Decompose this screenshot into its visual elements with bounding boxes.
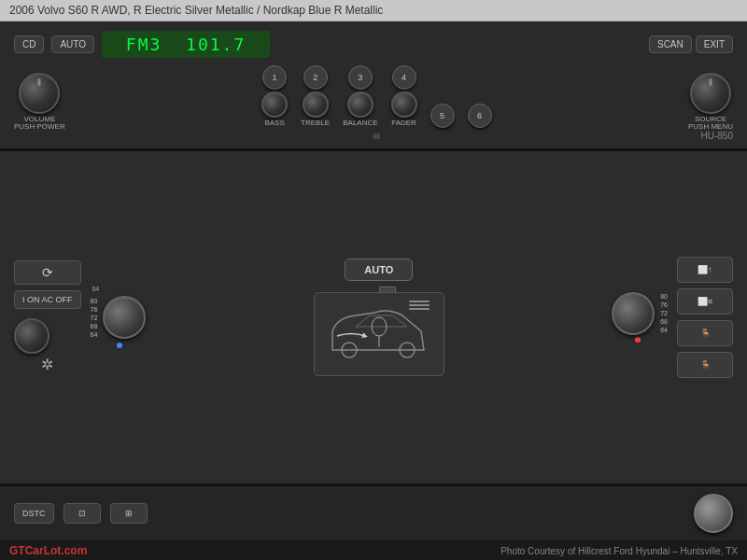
- preset5-group: 5: [430, 104, 455, 128]
- radio-band: FM3: [126, 35, 162, 54]
- climate-main-center: AUTO: [159, 259, 599, 376]
- exit-button[interactable]: EXIT: [696, 35, 733, 53]
- radio-controls-row: VOLUMEPUSH POWER 1 BASS 2 TREBLE: [14, 65, 733, 139]
- radio-unit: CD AUTO FM3 101.7 SCAN EXIT VOLUMEPUSH P…: [0, 21, 747, 151]
- radio-top-row: CD AUTO FM3 101.7 SCAN EXIT: [14, 31, 733, 58]
- bass-group: 1 BASS: [261, 65, 288, 128]
- preset-4-button[interactable]: 4: [392, 65, 416, 90]
- auto-button[interactable]: AUTO: [51, 35, 94, 53]
- radio-display: FM3 101.7: [102, 31, 270, 58]
- rear-defrost-icon: ⬜≡: [698, 297, 712, 306]
- bottom-btn-3[interactable]: ⊞: [110, 503, 148, 524]
- bass-label: BASS: [264, 119, 284, 128]
- windshield-icon: ⬜↑: [698, 265, 712, 274]
- preset-2-button[interactable]: 2: [303, 65, 328, 90]
- header-bar: 2006 Volvo S60 R AWD, R Electric Silver …: [0, 0, 747, 21]
- heated-rear-button[interactable]: ⬜≡: [677, 288, 733, 315]
- gear-knob[interactable]: [694, 494, 733, 533]
- volume-label: VOLUMEPUSH POWER: [14, 116, 65, 133]
- three-lines-icon: [409, 301, 430, 310]
- fan-knob-wrapper: ✲: [14, 318, 81, 373]
- source-knob[interactable]: [690, 73, 731, 114]
- photo-credit: Photo Courtesy of Hillcrest Ford Hyundai…: [500, 546, 738, 556]
- cd-button[interactable]: CD: [14, 35, 44, 53]
- seat-right-icon: 🪑: [700, 360, 711, 370]
- right-temp-scale: 80 76 72 68 64: [608, 292, 668, 335]
- presets-area: 1 BASS 2 TREBLE 3 BALANCE: [77, 65, 677, 139]
- heated-windshield-button[interactable]: ⬜↑: [677, 257, 733, 283]
- preset-buttons-row: 1 BASS 2 TREBLE 3 BALANCE: [261, 65, 491, 128]
- preset-3-button[interactable]: 3: [348, 65, 373, 90]
- bottom-btn-2[interactable]: ⊡: [63, 503, 101, 524]
- fader-group: 4 FADER: [391, 65, 417, 128]
- recirculation-button[interactable]: ⟳: [14, 260, 81, 285]
- right-temp-knob[interactable]: [612, 292, 655, 335]
- bottom-icon-3: ⊞: [125, 509, 133, 518]
- preset6-group: 6: [468, 104, 492, 128]
- volume-knob[interactable]: [19, 73, 60, 114]
- scan-exit-group: SCAN EXIT: [649, 35, 733, 53]
- ac-label: I ON AC OFF: [22, 295, 73, 304]
- dstc-button[interactable]: DSTC: [14, 503, 54, 524]
- airflow-panel: [314, 292, 444, 376]
- left-temp-scale: 80 76 72 68 64: [91, 296, 150, 339]
- right-temp-indicator: [635, 337, 641, 343]
- auto-climate-button[interactable]: AUTO: [345, 259, 413, 281]
- radio-indicator: [373, 133, 380, 139]
- left-temp-marks: 64: [92, 286, 148, 292]
- model-label: HU-850: [701, 131, 733, 141]
- climate-unit: ⟳ I ON AC OFF ✲ 64 80 76: [0, 151, 747, 486]
- gtcarlot-logo: GTCarLot.com: [9, 544, 87, 557]
- climate-temp-right: 80 76 72 68 64: [608, 292, 668, 343]
- page-wrapper: 2006 Volvo S60 R AWD, R Electric Silver …: [0, 0, 747, 560]
- left-temp-indicator: [117, 343, 122, 348]
- source-knob-group: SOURCEPUSH MENU: [688, 73, 733, 133]
- left-temp-knob[interactable]: [103, 296, 146, 339]
- ac-button[interactable]: I ON AC OFF: [14, 290, 81, 309]
- fader-knob[interactable]: [391, 91, 417, 118]
- fan-speed-knob[interactable]: [14, 318, 49, 354]
- radio-frequency: 101.7: [186, 35, 246, 54]
- volume-knob-group: VOLUMEPUSH POWER: [14, 73, 65, 133]
- climate-right: ⬜↑ ⬜≡ 🪑 🪑: [677, 257, 733, 378]
- balance-label: BALANCE: [343, 119, 377, 128]
- recirculation-icon: ⟳: [42, 265, 53, 280]
- preset-1-button[interactable]: 1: [262, 65, 287, 90]
- climate-temp-left: 64 80 76 72 68 64: [91, 286, 150, 348]
- bottom-icon-2: ⊡: [78, 509, 86, 518]
- scan-button[interactable]: SCAN: [649, 35, 692, 53]
- page-title: 2006 Volvo S60 R AWD, R Electric Silver …: [9, 4, 383, 17]
- preset-5-button[interactable]: 5: [430, 104, 455, 128]
- climate-left: ⟳ I ON AC OFF ✲: [14, 260, 81, 373]
- seat-heat-left-button[interactable]: 🪑: [677, 320, 733, 346]
- source-label: SOURCEPUSH MENU: [688, 116, 733, 133]
- main-content: CD AUTO FM3 101.7 SCAN EXIT VOLUMEPUSH P…: [0, 21, 747, 560]
- balance-knob[interactable]: [347, 91, 374, 118]
- treble-group: 2 TREBLE: [301, 65, 330, 128]
- footer: GTCarLot.com Photo Courtesy of Hillcrest…: [0, 540, 747, 560]
- bottom-controls: DSTC ⊡ ⊞: [0, 486, 747, 540]
- fader-label: FADER: [391, 119, 416, 128]
- seat-heat-right-button[interactable]: 🪑: [677, 352, 733, 378]
- balance-group: 3 BALANCE: [343, 65, 377, 128]
- treble-knob[interactable]: [303, 91, 329, 118]
- fan-icon: ✲: [14, 356, 81, 373]
- seat-left-icon: 🪑: [700, 329, 711, 338]
- bass-knob[interactable]: [261, 91, 288, 118]
- preset-6-button[interactable]: 6: [468, 104, 492, 128]
- treble-label: TREBLE: [301, 119, 330, 128]
